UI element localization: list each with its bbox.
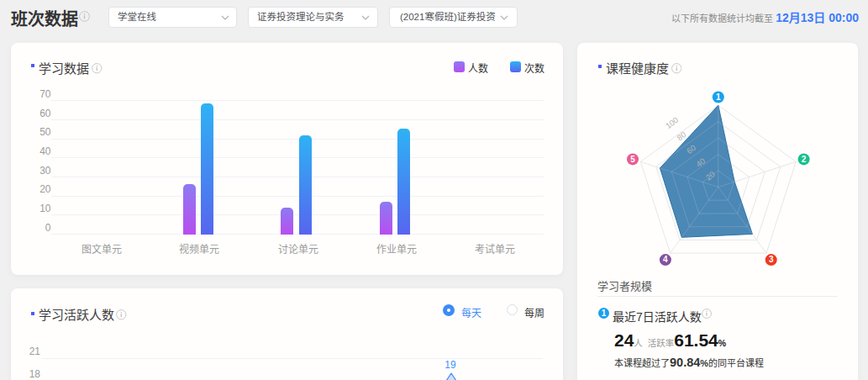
svg-text:3: 3	[769, 255, 774, 264]
svg-text:2: 2	[802, 155, 807, 164]
svg-text:100: 100	[664, 115, 680, 130]
svg-text:4: 4	[663, 255, 668, 264]
svg-text:1: 1	[716, 92, 721, 102]
svg-text:5: 5	[630, 155, 635, 164]
